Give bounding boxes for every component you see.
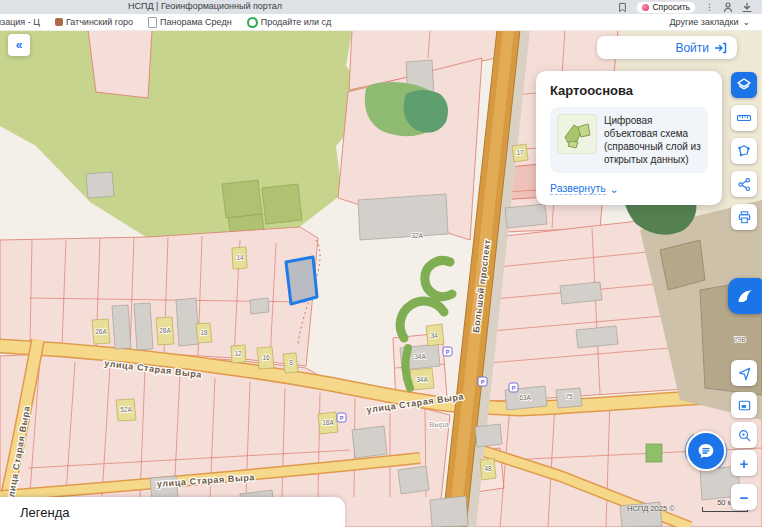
building-label: 34 [430, 332, 438, 339]
chevron-down-icon: ⌄ [610, 183, 619, 195]
other-bookmarks-label: Другие закладки [669, 17, 738, 27]
browser-menu-icon[interactable]: ⋮ [705, 3, 714, 12]
nspd-assistant-button[interactable] [728, 278, 762, 314]
building-label: 52А [120, 406, 132, 413]
building-label: 18А [322, 419, 334, 426]
building-label: 14 [236, 254, 244, 261]
bookmark-item[interactable]: изация - Ц [0, 17, 40, 27]
building-label: 26А [95, 328, 107, 335]
zoom-in-button[interactable]: + [731, 450, 757, 476]
measure-area-button[interactable] [731, 138, 757, 164]
building-label: 16 [262, 354, 270, 361]
favicon-green-icon [247, 17, 258, 28]
zoom-out-button[interactable]: − [731, 484, 757, 510]
login-bar[interactable]: Войти [597, 36, 737, 59]
favicon-castle-icon [55, 18, 63, 26]
login-label: Войти [675, 41, 709, 55]
legend-title: Легенда [20, 505, 69, 520]
building-label: 18 [200, 329, 208, 336]
bookmark-label: Гатчинский горо [66, 17, 133, 27]
building-label: 34А [414, 353, 426, 360]
basemap-card: Картооснова Цифровая объектовая схема (с… [536, 71, 722, 205]
locate-icon [737, 366, 752, 381]
browser-tab-strip: НСПД | Геоинформационный портал Спросить… [0, 0, 762, 14]
locate-me-button[interactable] [731, 360, 757, 386]
building-label: 12 [234, 350, 242, 357]
basemap-description: Цифровая объектовая схема (справочный сл… [604, 114, 701, 166]
building-label: 63А [519, 394, 531, 401]
parking-icon: Р [512, 385, 516, 391]
bookmarks-bar: изация - Ц Гатчинский горо Панорама Сред… [0, 14, 762, 31]
legend-panel[interactable]: Легенда [0, 497, 345, 527]
plus-icon: + [740, 455, 749, 472]
bookmark-item[interactable]: Продайте или сд [247, 17, 332, 28]
parking-icon: Р [446, 349, 450, 355]
basemap-layer-item[interactable]: Цифровая объектовая схема (справочный сл… [550, 107, 708, 173]
ask-ai-label: Спросить [652, 2, 690, 12]
tab-title: НСПД | Геоинформационный портал [128, 1, 282, 11]
bookmark-item[interactable]: Панорама Средн [148, 17, 232, 28]
download-icon[interactable] [742, 2, 752, 13]
chat-bubble-icon [696, 441, 716, 461]
favicon-document-icon [148, 17, 157, 28]
search-icon [737, 428, 752, 443]
bookmark-label: изация - Ц [0, 17, 40, 27]
building-label: 8 [289, 359, 293, 366]
building-label: 34А [416, 376, 428, 383]
building-label: 48 [484, 465, 492, 472]
building-label: 75 [565, 393, 573, 400]
basemap-card-title: Картооснова [550, 83, 708, 98]
share-icon [737, 177, 752, 192]
mini-map-icon [737, 398, 752, 413]
layers-icon [736, 77, 752, 93]
chat-widget [679, 424, 733, 478]
print-button[interactable] [731, 204, 757, 230]
place-label: Выра [429, 420, 450, 429]
bookmark-icon[interactable] [618, 2, 627, 13]
nspd-logo-icon [734, 285, 756, 307]
collapse-icon: « [16, 38, 23, 52]
parking-icon: Р [481, 379, 485, 385]
login-icon [714, 42, 727, 54]
share-button[interactable] [731, 171, 757, 197]
ruler-icon [736, 110, 752, 126]
chevron-down-icon: ⌄ [742, 17, 750, 27]
bookmark-label: Продайте или сд [261, 17, 332, 27]
object-search-button[interactable] [731, 422, 757, 448]
other-bookmarks-button[interactable]: Другие закладки ⌄ [669, 17, 750, 27]
building-label: 28А [159, 327, 171, 334]
basemap-layers-button[interactable] [731, 72, 757, 98]
bookmark-item[interactable]: Гатчинский горо [55, 17, 133, 27]
building-label: 17 [516, 149, 524, 156]
selected-parcel[interactable] [286, 257, 317, 304]
basemap-thumbnail [557, 114, 597, 154]
parking-icon: Р [340, 415, 344, 421]
expand-link[interactable]: Развернуть ⌄ [550, 182, 708, 195]
building-label: 79В [734, 336, 746, 343]
minus-icon: − [740, 489, 749, 506]
profile-icon[interactable] [723, 2, 733, 13]
mini-map-button[interactable] [731, 392, 757, 418]
collapse-sidebar-button[interactable]: « [8, 34, 30, 56]
measure-distance-button[interactable] [731, 105, 757, 131]
ask-ai-button[interactable]: Спросить [636, 1, 696, 14]
print-icon [737, 210, 752, 225]
ask-ai-icon [642, 4, 649, 11]
chat-button[interactable] [686, 431, 726, 471]
polygon-area-icon [736, 143, 752, 159]
expand-label: Развернуть [550, 182, 606, 195]
attribution: НСПД 2025 © [627, 504, 675, 513]
bookmark-label: Панорама Средн [160, 17, 232, 27]
building-label: 32А [411, 232, 423, 239]
